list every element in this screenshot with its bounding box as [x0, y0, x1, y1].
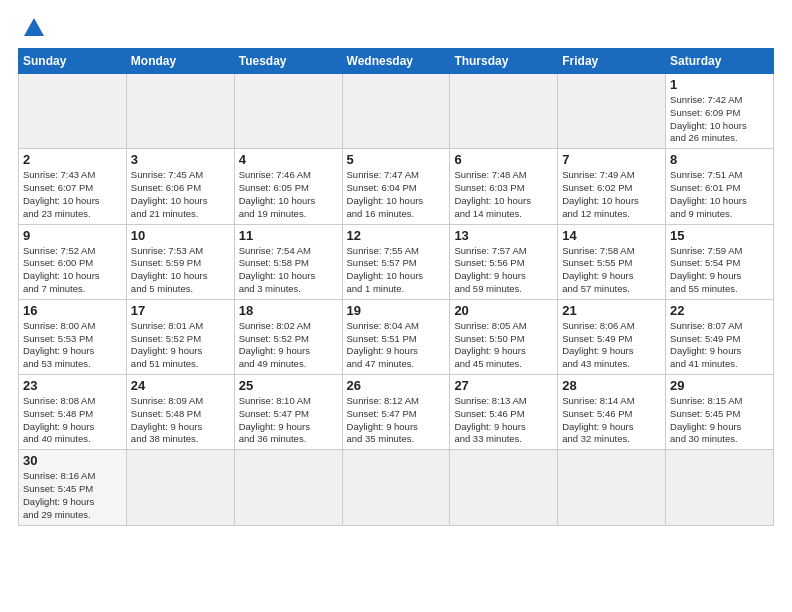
calendar-week-row: 23Sunrise: 8:08 AM Sunset: 5:48 PM Dayli… [19, 375, 774, 450]
day-info: Sunrise: 8:06 AM Sunset: 5:49 PM Dayligh… [562, 320, 661, 371]
day-number: 29 [670, 378, 769, 393]
calendar-cell: 9Sunrise: 7:52 AM Sunset: 6:00 PM Daylig… [19, 224, 127, 299]
calendar-cell: 4Sunrise: 7:46 AM Sunset: 6:05 PM Daylig… [234, 149, 342, 224]
calendar-cell [342, 74, 450, 149]
calendar-cell: 27Sunrise: 8:13 AM Sunset: 5:46 PM Dayli… [450, 375, 558, 450]
day-info: Sunrise: 7:57 AM Sunset: 5:56 PM Dayligh… [454, 245, 553, 296]
day-info: Sunrise: 7:42 AM Sunset: 6:09 PM Dayligh… [670, 94, 769, 145]
calendar-cell: 18Sunrise: 8:02 AM Sunset: 5:52 PM Dayli… [234, 299, 342, 374]
day-info: Sunrise: 7:53 AM Sunset: 5:59 PM Dayligh… [131, 245, 230, 296]
day-number: 30 [23, 453, 122, 468]
day-info: Sunrise: 7:48 AM Sunset: 6:03 PM Dayligh… [454, 169, 553, 220]
calendar-week-row: 1Sunrise: 7:42 AM Sunset: 6:09 PM Daylig… [19, 74, 774, 149]
day-info: Sunrise: 8:05 AM Sunset: 5:50 PM Dayligh… [454, 320, 553, 371]
calendar-cell: 10Sunrise: 7:53 AM Sunset: 5:59 PM Dayli… [126, 224, 234, 299]
calendar-cell: 30Sunrise: 8:16 AM Sunset: 5:45 PM Dayli… [19, 450, 127, 525]
day-info: Sunrise: 7:47 AM Sunset: 6:04 PM Dayligh… [347, 169, 446, 220]
day-number: 13 [454, 228, 553, 243]
day-number: 20 [454, 303, 553, 318]
day-info: Sunrise: 8:04 AM Sunset: 5:51 PM Dayligh… [347, 320, 446, 371]
weekday-header-sunday: Sunday [19, 49, 127, 74]
day-number: 4 [239, 152, 338, 167]
calendar-week-row: 30Sunrise: 8:16 AM Sunset: 5:45 PM Dayli… [19, 450, 774, 525]
calendar-cell: 26Sunrise: 8:12 AM Sunset: 5:47 PM Dayli… [342, 375, 450, 450]
day-number: 7 [562, 152, 661, 167]
calendar-cell: 2Sunrise: 7:43 AM Sunset: 6:07 PM Daylig… [19, 149, 127, 224]
calendar-table: SundayMondayTuesdayWednesdayThursdayFrid… [18, 48, 774, 526]
calendar-cell: 17Sunrise: 8:01 AM Sunset: 5:52 PM Dayli… [126, 299, 234, 374]
calendar-week-row: 2Sunrise: 7:43 AM Sunset: 6:07 PM Daylig… [19, 149, 774, 224]
calendar-cell: 14Sunrise: 7:58 AM Sunset: 5:55 PM Dayli… [558, 224, 666, 299]
calendar-cell: 15Sunrise: 7:59 AM Sunset: 5:54 PM Dayli… [666, 224, 774, 299]
weekday-header-monday: Monday [126, 49, 234, 74]
day-number: 25 [239, 378, 338, 393]
day-number: 16 [23, 303, 122, 318]
calendar-cell [126, 74, 234, 149]
day-number: 24 [131, 378, 230, 393]
day-info: Sunrise: 8:02 AM Sunset: 5:52 PM Dayligh… [239, 320, 338, 371]
calendar-cell: 22Sunrise: 8:07 AM Sunset: 5:49 PM Dayli… [666, 299, 774, 374]
day-info: Sunrise: 7:49 AM Sunset: 6:02 PM Dayligh… [562, 169, 661, 220]
calendar-cell: 19Sunrise: 8:04 AM Sunset: 5:51 PM Dayli… [342, 299, 450, 374]
day-number: 12 [347, 228, 446, 243]
weekday-header-friday: Friday [558, 49, 666, 74]
calendar-cell: 12Sunrise: 7:55 AM Sunset: 5:57 PM Dayli… [342, 224, 450, 299]
weekday-header-wednesday: Wednesday [342, 49, 450, 74]
weekday-header-thursday: Thursday [450, 49, 558, 74]
day-number: 17 [131, 303, 230, 318]
day-info: Sunrise: 7:51 AM Sunset: 6:01 PM Dayligh… [670, 169, 769, 220]
calendar-cell [126, 450, 234, 525]
calendar-cell: 1Sunrise: 7:42 AM Sunset: 6:09 PM Daylig… [666, 74, 774, 149]
day-number: 14 [562, 228, 661, 243]
calendar-cell: 29Sunrise: 8:15 AM Sunset: 5:45 PM Dayli… [666, 375, 774, 450]
logo-triangle-icon [24, 18, 44, 36]
day-number: 8 [670, 152, 769, 167]
day-number: 11 [239, 228, 338, 243]
day-info: Sunrise: 7:43 AM Sunset: 6:07 PM Dayligh… [23, 169, 122, 220]
calendar-cell [342, 450, 450, 525]
calendar-cell [234, 74, 342, 149]
day-number: 5 [347, 152, 446, 167]
day-number: 1 [670, 77, 769, 92]
day-number: 27 [454, 378, 553, 393]
day-number: 6 [454, 152, 553, 167]
day-info: Sunrise: 7:58 AM Sunset: 5:55 PM Dayligh… [562, 245, 661, 296]
day-info: Sunrise: 8:07 AM Sunset: 5:49 PM Dayligh… [670, 320, 769, 371]
calendar-week-row: 16Sunrise: 8:00 AM Sunset: 5:53 PM Dayli… [19, 299, 774, 374]
day-info: Sunrise: 8:09 AM Sunset: 5:48 PM Dayligh… [131, 395, 230, 446]
calendar-cell [450, 450, 558, 525]
day-info: Sunrise: 8:00 AM Sunset: 5:53 PM Dayligh… [23, 320, 122, 371]
day-number: 15 [670, 228, 769, 243]
day-info: Sunrise: 7:59 AM Sunset: 5:54 PM Dayligh… [670, 245, 769, 296]
calendar-cell: 13Sunrise: 7:57 AM Sunset: 5:56 PM Dayli… [450, 224, 558, 299]
day-number: 28 [562, 378, 661, 393]
day-info: Sunrise: 8:13 AM Sunset: 5:46 PM Dayligh… [454, 395, 553, 446]
calendar-header-row: SundayMondayTuesdayWednesdayThursdayFrid… [19, 49, 774, 74]
logo [18, 18, 44, 38]
calendar-week-row: 9Sunrise: 7:52 AM Sunset: 6:00 PM Daylig… [19, 224, 774, 299]
calendar-cell: 21Sunrise: 8:06 AM Sunset: 5:49 PM Dayli… [558, 299, 666, 374]
day-info: Sunrise: 8:15 AM Sunset: 5:45 PM Dayligh… [670, 395, 769, 446]
day-number: 22 [670, 303, 769, 318]
day-info: Sunrise: 7:45 AM Sunset: 6:06 PM Dayligh… [131, 169, 230, 220]
calendar-cell: 5Sunrise: 7:47 AM Sunset: 6:04 PM Daylig… [342, 149, 450, 224]
calendar-cell [450, 74, 558, 149]
day-number: 19 [347, 303, 446, 318]
day-info: Sunrise: 7:46 AM Sunset: 6:05 PM Dayligh… [239, 169, 338, 220]
day-number: 26 [347, 378, 446, 393]
day-info: Sunrise: 8:14 AM Sunset: 5:46 PM Dayligh… [562, 395, 661, 446]
day-info: Sunrise: 7:55 AM Sunset: 5:57 PM Dayligh… [347, 245, 446, 296]
calendar-cell: 11Sunrise: 7:54 AM Sunset: 5:58 PM Dayli… [234, 224, 342, 299]
day-info: Sunrise: 8:16 AM Sunset: 5:45 PM Dayligh… [23, 470, 122, 521]
calendar-cell [234, 450, 342, 525]
day-info: Sunrise: 8:08 AM Sunset: 5:48 PM Dayligh… [23, 395, 122, 446]
day-number: 21 [562, 303, 661, 318]
day-info: Sunrise: 8:10 AM Sunset: 5:47 PM Dayligh… [239, 395, 338, 446]
calendar-cell: 8Sunrise: 7:51 AM Sunset: 6:01 PM Daylig… [666, 149, 774, 224]
day-number: 2 [23, 152, 122, 167]
calendar-cell [558, 450, 666, 525]
day-number: 9 [23, 228, 122, 243]
calendar-cell: 7Sunrise: 7:49 AM Sunset: 6:02 PM Daylig… [558, 149, 666, 224]
day-info: Sunrise: 8:12 AM Sunset: 5:47 PM Dayligh… [347, 395, 446, 446]
calendar-cell: 28Sunrise: 8:14 AM Sunset: 5:46 PM Dayli… [558, 375, 666, 450]
